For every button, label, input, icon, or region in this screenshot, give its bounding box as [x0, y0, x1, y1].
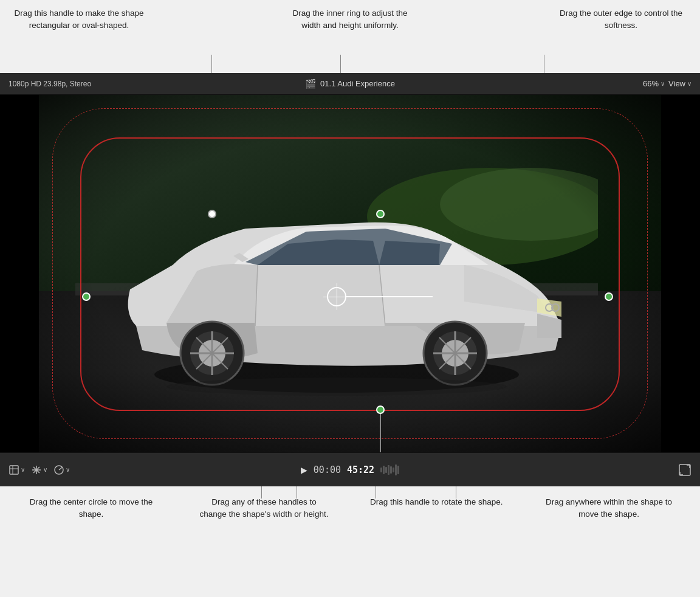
annotation-bottom-left-text: Drag the center circle to move the shape…	[24, 496, 158, 520]
waveform-bar	[380, 468, 382, 472]
connector-bottom-rotate	[376, 486, 376, 499]
annotation-bottom-center-right: Drag this handle to rotate the shape.	[370, 496, 503, 508]
viewer: 1080p HD 23.98p, Stereo 🎬 01.1 Audi Expe…	[0, 73, 700, 486]
annotation-bottom-left: Drag the center circle to move the shape…	[24, 496, 158, 520]
video-canvas	[0, 95, 700, 452]
svg-line-31	[59, 468, 62, 470]
view-button[interactable]: View ∨	[668, 79, 691, 88]
annotation-top-left: Drag this handle to make the shape recta…	[12, 5, 146, 31]
annotation-top-center: Drag the inner ring to adjust the width …	[283, 5, 417, 31]
shape-handle-bottom[interactable]	[376, 405, 385, 414]
annotation-top-center-text: Drag the inner ring to adjust the width …	[283, 7, 417, 31]
annotation-bottom-right: Drag anywhere within the shape to move t…	[542, 496, 676, 520]
crop-button[interactable]: ∨	[9, 464, 25, 475]
annotation-bottom-center-left: Drag any of these handles to change the …	[197, 496, 331, 520]
transform-icon	[31, 464, 42, 475]
zoom-chevron-icon: ∨	[661, 80, 665, 87]
shape-handle-left[interactable]	[82, 292, 91, 301]
annotation-bottom: Drag the center circle to move the shape…	[0, 486, 700, 597]
controls-left[interactable]: ∨ ∨ ∨	[0, 464, 179, 475]
format-label: 1080p HD 23.98p, Stereo	[0, 80, 236, 88]
shape-handle-top-center[interactable]	[376, 210, 385, 218]
controls-center[interactable]: ▶ 00:00 45:22	[179, 464, 521, 476]
annotation-top-left-text: Drag this handle to make the shape recta…	[12, 7, 146, 31]
shape-handle-right[interactable]	[605, 292, 613, 301]
zoom-level: 66%	[643, 79, 659, 88]
waveform-bar	[390, 466, 392, 474]
view-label: View	[668, 79, 685, 88]
timecode-prefix: 00:00	[314, 464, 341, 475]
waveform-bar	[393, 468, 394, 472]
transform-button[interactable]: ∨	[31, 464, 47, 475]
format-text: 1080p HD 23.98p, Stereo	[9, 80, 91, 88]
car-image	[75, 143, 598, 399]
film-icon: 🎬	[305, 78, 317, 89]
car-background	[39, 95, 661, 452]
speed-icon	[53, 464, 64, 475]
connector-line-top-right	[544, 55, 544, 74]
bottom-controls: ∨ ∨ ∨ ▶ 0	[0, 452, 700, 486]
svg-point-22	[166, 378, 507, 396]
connector-line-top-center	[340, 55, 341, 74]
svg-rect-32	[679, 464, 690, 475]
controls-right[interactable]	[521, 463, 700, 477]
svg-rect-23	[10, 466, 18, 474]
connector-line-top-left	[211, 55, 212, 74]
expand-button[interactable]	[678, 463, 691, 477]
speed-button[interactable]: ∨	[53, 464, 70, 475]
view-chevron-icon: ∨	[687, 80, 691, 87]
waveform-bar	[388, 465, 389, 475]
toolbar-right[interactable]: 66% ∨ View ∨	[464, 79, 700, 88]
transform-chevron-icon: ∨	[43, 466, 47, 473]
connector-bottom-drag	[456, 486, 456, 499]
viewer-toolbar: 1080p HD 23.98p, Stereo 🎬 01.1 Audi Expe…	[0, 73, 700, 95]
expand-icon	[678, 463, 691, 477]
waveform	[380, 464, 399, 476]
clip-title: 01.1 Audi Experience	[320, 79, 395, 88]
speed-chevron-icon: ∨	[66, 466, 70, 473]
play-icon: ▶	[301, 465, 307, 475]
toolbar-center: 🎬 01.1 Audi Experience	[236, 78, 464, 89]
waveform-bar	[397, 466, 399, 474]
waveform-bar	[395, 464, 397, 475]
zoom-button[interactable]: 66% ∨	[643, 79, 665, 88]
waveform-bar	[383, 466, 385, 474]
connector-bottom-handles	[261, 486, 262, 499]
annotation-top-right: Drag the outer edge to control the softn…	[554, 5, 688, 31]
crop-chevron-icon: ∨	[21, 466, 25, 473]
center-to-right-line	[346, 296, 433, 297]
shape-handle-top-left[interactable]	[208, 210, 216, 218]
play-button[interactable]: ▶	[301, 465, 307, 475]
annotation-bottom-center-right-text: Drag this handle to rotate the shape.	[370, 496, 503, 508]
shape-handle-center[interactable]	[327, 287, 346, 306]
annotation-top-right-text: Drag the outer edge to control the softn…	[554, 7, 688, 31]
rotate-line	[380, 410, 381, 452]
timecode-current: 45:22	[347, 464, 374, 475]
annotation-top: Drag this handle to make the shape recta…	[0, 0, 700, 73]
annotation-bottom-right-text: Drag anywhere within the shape to move t…	[542, 496, 676, 520]
crop-icon	[9, 464, 19, 475]
connector-bottom-center	[297, 486, 297, 499]
annotation-bottom-center-left-text: Drag any of these handles to change the …	[197, 496, 331, 520]
waveform-bar	[385, 467, 387, 473]
